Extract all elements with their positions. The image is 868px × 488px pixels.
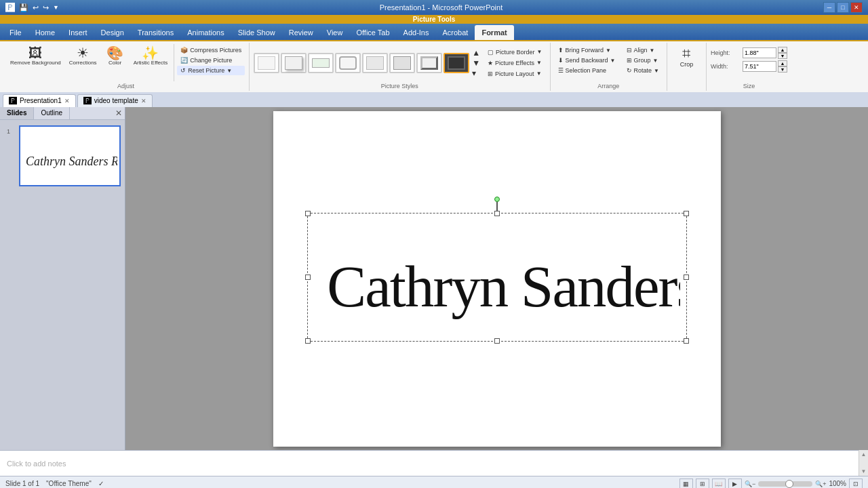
tab-acrobat[interactable]: Acrobat <box>435 25 475 40</box>
theme-info: "Office Theme" <box>46 480 92 487</box>
quick-access-dropdown[interactable]: ▼ <box>53 4 59 11</box>
height-up[interactable]: ▲ <box>778 47 787 53</box>
status-bar-right: ▦ ⊞ 📖 ▶ 🔍− 🔍+ 100% ⊡ <box>679 479 863 489</box>
group-button[interactable]: ⊞ Group ▼ <box>623 56 663 65</box>
slideshow-button[interactable]: ▶ <box>728 479 742 489</box>
pic-style-4[interactable] <box>335 53 361 73</box>
maximize-button[interactable]: □ <box>837 2 849 13</box>
size-label: Size <box>743 81 755 89</box>
tab-review[interactable]: Review <box>282 25 320 40</box>
picture-styles-label: Picture Styles <box>381 81 418 89</box>
zoom-slider[interactable] <box>758 481 812 487</box>
width-up[interactable]: ▲ <box>778 60 787 66</box>
slide-sorter-button[interactable]: ⊞ <box>696 479 709 489</box>
tab-slideshow[interactable]: Slide Show <box>231 25 282 40</box>
color-button[interactable]: 🎨 Color <box>102 44 129 68</box>
width-down[interactable]: ▼ <box>778 66 787 73</box>
outline-tab[interactable]: Outline <box>34 107 70 119</box>
quick-access-save[interactable]: 💾 <box>19 3 28 12</box>
picture-effects-button[interactable]: ★ Picture Effects ▼ <box>484 58 545 68</box>
reset-picture-button[interactable]: ↺ Reset Picture ▼ <box>177 66 245 75</box>
pic-style-7[interactable] <box>416 53 442 73</box>
reset-picture-icon: ↺ <box>180 67 186 74</box>
handle-tl[interactable] <box>305 211 311 216</box>
close-tab-presentation1[interactable]: ✕ <box>64 98 70 104</box>
reading-view-button[interactable]: 📖 <box>712 479 726 489</box>
bring-forward-button[interactable]: ⬆ Bring Forward ▼ <box>555 45 619 55</box>
zoom-thumb[interactable] <box>785 480 793 488</box>
handle-ml[interactable] <box>305 274 311 280</box>
tab-officetab[interactable]: Office Tab <box>349 25 396 40</box>
normal-view-button[interactable]: ▦ <box>679 479 693 489</box>
pic-style-3[interactable] <box>308 53 334 73</box>
compress-pictures-button[interactable]: 📦 Compress Pictures <box>177 45 245 55</box>
height-input[interactable] <box>743 47 776 58</box>
scrollbar-up[interactable]: ▲ <box>861 451 867 458</box>
slide-thumbnail-1[interactable]: Cathryn Sanders Road <box>19 125 121 186</box>
rotate-button[interactable]: ↻ Rotate ▼ <box>623 66 663 75</box>
handle-bm[interactable] <box>494 338 500 344</box>
tab-insert[interactable]: Insert <box>62 25 94 40</box>
selection-pane-button[interactable]: ☰ Selection Pane <box>555 66 619 75</box>
handle-rotate[interactable] <box>494 197 500 202</box>
close-tab-video-template[interactable]: ✕ <box>141 98 146 104</box>
tab-file[interactable]: File <box>3 25 28 40</box>
pic-style-8[interactable] <box>443 53 469 73</box>
close-button[interactable]: ✕ <box>850 2 863 13</box>
crop-button[interactable]: ⌗ Crop <box>671 44 702 70</box>
handle-tr[interactable] <box>684 211 689 216</box>
scrollbar-down[interactable]: ▼ <box>861 468 867 474</box>
slides-tab[interactable]: Slides <box>0 107 34 119</box>
slide-canvas[interactable]: Cathryn Sanders Road <box>273 111 721 447</box>
height-down[interactable]: ▼ <box>778 53 787 59</box>
width-input[interactable] <box>743 61 776 72</box>
doc-tab-presentation1[interactable]: 🅿 Presentation1 ✕ <box>3 94 76 107</box>
change-picture-icon: 🔄 <box>180 57 188 64</box>
change-picture-button[interactable]: 🔄 Change Picture <box>177 56 245 65</box>
corrections-icon: ☀ <box>77 46 89 60</box>
tab-design[interactable]: Design <box>94 25 131 40</box>
picture-effects-icon: ★ <box>488 60 493 66</box>
notes-area[interactable]: Click to add notes <box>0 450 859 476</box>
tab-home[interactable]: Home <box>28 25 62 40</box>
picture-border-button[interactable]: ▢ Picture Border ▼ <box>484 47 545 57</box>
styles-up-arrow[interactable]: ▲ <box>472 48 480 58</box>
zoom-in-icon[interactable]: 🔍+ <box>815 481 826 487</box>
slide-info: Slide 1 of 1 <box>5 480 39 487</box>
zoom-out-icon[interactable]: 🔍− <box>745 481 755 487</box>
panel-close-button[interactable]: ✕ <box>113 107 125 119</box>
tab-transitions[interactable]: Transitions <box>131 25 180 40</box>
artistic-effects-button[interactable]: ✨ Artistic Effects <box>130 44 172 68</box>
handle-tm[interactable] <box>494 211 500 216</box>
notes-scrollbar[interactable]: ▲ ▼ <box>859 450 868 476</box>
picture-layout-button[interactable]: ⊞ Picture Layout ▼ <box>484 69 545 79</box>
tab-animations[interactable]: Animations <box>180 25 231 40</box>
remove-background-button[interactable]: 🖼 Remove Background <box>7 44 64 68</box>
arrange-label: Arrange <box>597 81 619 89</box>
selection-box <box>307 213 687 342</box>
tab-addins[interactable]: Add-Ins <box>397 25 436 40</box>
styles-more-arrow[interactable]: ▾ <box>472 68 480 78</box>
styles-down-arrow[interactable]: ▼ <box>472 58 480 68</box>
pic-style-6[interactable] <box>389 53 415 73</box>
tab-format[interactable]: Format <box>475 25 513 40</box>
handle-br[interactable] <box>684 338 689 344</box>
pic-style-1[interactable] <box>254 53 279 73</box>
align-button[interactable]: ⊟ Align ▼ <box>623 45 663 55</box>
selected-image[interactable]: Cathryn Sanders Road <box>307 213 687 342</box>
crop-icon: ⌗ <box>682 46 690 61</box>
minimize-button[interactable]: ─ <box>823 2 835 13</box>
handle-bl[interactable] <box>305 338 311 344</box>
pic-style-5[interactable] <box>362 53 388 73</box>
picture-layout-icon: ⊞ <box>488 70 493 77</box>
quick-access-undo[interactable]: ↩ <box>33 3 39 12</box>
fit-slide-button[interactable]: ⊡ <box>849 479 863 489</box>
corrections-button[interactable]: ☀ Corrections <box>66 44 100 68</box>
pic-style-2[interactable] <box>281 53 307 73</box>
handle-mr[interactable] <box>684 274 689 280</box>
doc-tab-video-template[interactable]: 🅿 video template ✕ <box>77 94 153 107</box>
status-bar: Slide 1 of 1 "Office Theme" ✓ ▦ ⊞ 📖 ▶ 🔍−… <box>0 476 868 488</box>
send-backward-button[interactable]: ⬇ Send Backward ▼ <box>555 56 619 65</box>
quick-access-redo[interactable]: ↪ <box>43 3 49 12</box>
tab-view[interactable]: View <box>320 25 350 40</box>
